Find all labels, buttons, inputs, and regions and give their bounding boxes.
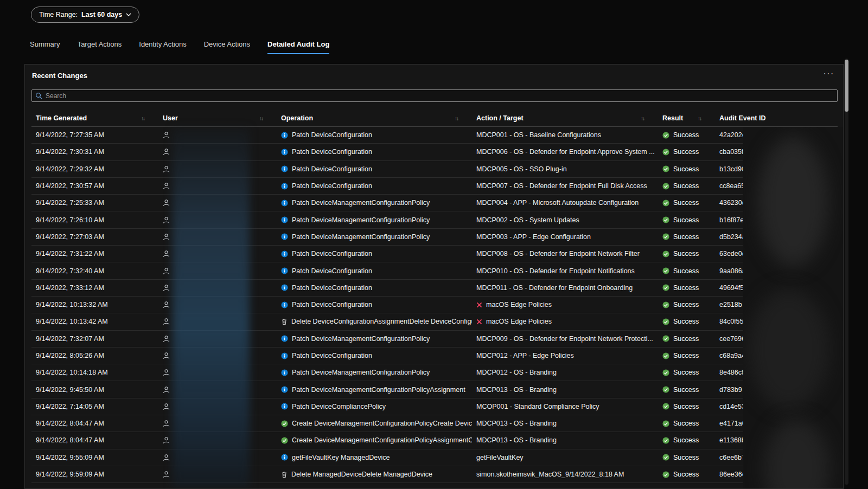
- cell-operation: getFileVaultKey ManagedDevice: [277, 449, 472, 466]
- info-icon: [281, 149, 288, 156]
- cell-result: Success: [658, 211, 715, 228]
- panel-more-button[interactable]: ...: [824, 65, 834, 78]
- result-text: Success: [673, 454, 699, 461]
- info-icon: [281, 216, 288, 223]
- time-range-dropdown[interactable]: Time Range: Last 60 days: [31, 7, 139, 23]
- cell-result: Success: [658, 432, 715, 448]
- cell-operation: Patch DeviceManagementConfigurationPolic…: [277, 331, 472, 347]
- cell-audit-event-id: cee7696: [715, 331, 838, 347]
- info-icon: [281, 233, 288, 240]
- tab-bar: Summary Target Actions Identity Actions …: [30, 40, 329, 54]
- cell-time-generated: 9/14/2022, 9:45:50 AM: [31, 381, 158, 397]
- chevron-down-icon: [126, 13, 131, 16]
- cell-operation: Create DeviceManagementConfigurationPoli…: [277, 432, 472, 448]
- cell-result: Success: [658, 348, 715, 364]
- info-icon: [281, 335, 288, 342]
- table-row[interactable]: 9/14/2022, 7:30:31 AM Patch DeviceConfig…: [31, 144, 838, 160]
- cell-result: Success: [658, 364, 715, 381]
- cell-result: Success: [658, 280, 715, 296]
- result-text: Success: [673, 284, 699, 292]
- cell-result: Success: [658, 466, 715, 482]
- table-row[interactable]: 9/14/2022, 9:59:09 AM Delete ManagedDevi…: [31, 466, 838, 483]
- table-row[interactable]: 9/14/2022, 10:13:32 AM Patch DeviceConfi…: [31, 297, 838, 313]
- cell-user: [158, 348, 277, 364]
- cell-audit-event-id: 86ee36e: [715, 466, 838, 482]
- table-row[interactable]: 9/14/2022, 7:27:35 AM Patch DeviceConfig…: [31, 127, 838, 144]
- cell-action-target: MDCP009 - OS - Defender for Endpoint Net…: [472, 331, 658, 347]
- sort-icon[interactable]: ↑↓: [259, 115, 263, 121]
- tab-summary[interactable]: Summary: [30, 40, 60, 54]
- sort-icon[interactable]: ↑↓: [698, 115, 701, 121]
- person-icon: [163, 182, 170, 190]
- table-row[interactable]: 9/14/2022, 9:45:50 AM Patch DeviceManage…: [31, 381, 838, 398]
- cell-audit-event-id: c6ee6b7: [715, 449, 838, 466]
- cell-user: [158, 432, 277, 448]
- cell-user: [158, 195, 277, 211]
- table-row[interactable]: 9/14/2022, 8:04:47 AM Create DeviceManag…: [31, 432, 838, 449]
- cell-action-target: MDCP013 - OS - Branding: [472, 415, 658, 432]
- tab-target-actions[interactable]: Target Actions: [78, 40, 122, 54]
- cell-action-target: MDCP007 - OS - Defender for Endpoint Ful…: [472, 178, 658, 194]
- cell-user: [158, 415, 277, 432]
- operation-text: Patch DeviceCompliancePolicy: [292, 403, 386, 410]
- cell-time-generated: 9/14/2022, 8:04:47 AM: [31, 415, 158, 432]
- table-row[interactable]: 9/14/2022, 7:25:33 AM Patch DeviceManage…: [31, 195, 838, 211]
- scrollbar-thumb[interactable]: [845, 60, 848, 112]
- column-header-audit-event-id[interactable]: Audit Event ID: [715, 110, 838, 126]
- cell-audit-event-id: cba035f: [715, 144, 838, 160]
- table-row[interactable]: 9/14/2022, 7:26:10 AM Patch DeviceManage…: [31, 211, 838, 228]
- table-row[interactable]: 9/14/2022, 7:31:22 AM Patch DeviceConfig…: [31, 246, 838, 262]
- table-row[interactable]: 9/14/2022, 7:32:40 AM Patch DeviceConfig…: [31, 262, 838, 279]
- sort-icon[interactable]: ↑↓: [455, 115, 458, 121]
- cell-operation: Delete DeviceConfigurationAssignmentDele…: [277, 313, 472, 330]
- table-row[interactable]: 9/14/2022, 7:14:05 AM Patch DeviceCompli…: [31, 398, 838, 415]
- cell-action-target: MDCP013 - OS - Branding: [472, 381, 658, 397]
- cell-result: Success: [658, 178, 715, 194]
- column-header-action-target[interactable]: Action / Target ↑↓: [472, 110, 658, 126]
- table-row[interactable]: 9/14/2022, 7:29:32 AM Patch DeviceConfig…: [31, 161, 838, 178]
- tab-device-actions[interactable]: Device Actions: [204, 40, 250, 54]
- table-row[interactable]: 9/14/2022, 7:32:07 AM Patch DeviceManage…: [31, 331, 838, 348]
- column-header-time-generated[interactable]: Time Generated ↑↓: [31, 110, 158, 126]
- delete-icon: [281, 318, 288, 325]
- cell-action-target: MDCP006 - OS - Defender for Endpoint App…: [472, 144, 658, 160]
- table-row[interactable]: 9/14/2022, 8:05:26 AM Patch DeviceConfig…: [31, 348, 838, 364]
- cell-time-generated: 9/14/2022, 7:32:07 AM: [31, 331, 158, 347]
- sort-icon[interactable]: ↑↓: [641, 115, 644, 121]
- tab-detailed-audit-log[interactable]: Detailed Audit Log: [267, 40, 329, 54]
- operation-text: Create DeviceManagementConfigurationPoli…: [292, 420, 472, 427]
- table-row[interactable]: 9/14/2022, 9:55:09 AM getFileVaultKey Ma…: [31, 449, 838, 466]
- person-icon: [163, 199, 170, 207]
- search-input[interactable]: [46, 92, 834, 100]
- table-row[interactable]: 9/14/2022, 7:27:03 AM Patch DeviceManage…: [31, 229, 838, 246]
- success-icon: [662, 183, 669, 190]
- cell-action-target: macOS Edge Policies: [472, 313, 658, 330]
- success-icon: [662, 267, 669, 274]
- tab-identity-actions[interactable]: Identity Actions: [139, 40, 186, 54]
- operation-text: Patch DeviceConfiguration: [292, 301, 372, 308]
- table-row[interactable]: 9/14/2022, 8:04:47 AM Create DeviceManag…: [31, 415, 838, 432]
- table-row[interactable]: 9/14/2022, 10:14:18 AM Patch DeviceManag…: [31, 364, 838, 381]
- table-row[interactable]: 9/14/2022, 10:13:42 AM Delete DeviceConf…: [31, 313, 838, 330]
- success-icon: [662, 386, 669, 393]
- cell-result: Success: [658, 229, 715, 245]
- cell-audit-event-id: b13cd90: [715, 161, 838, 177]
- cell-action-target: MDCP005 - OS - SSO Plug-in: [472, 161, 658, 177]
- column-header-operation[interactable]: Operation ↑↓: [277, 110, 472, 126]
- cell-audit-event-id: 63ede0d: [715, 246, 838, 262]
- person-icon: [163, 165, 170, 173]
- table-row[interactable]: 9/14/2022, 7:30:57 AM Patch DeviceConfig…: [31, 178, 838, 195]
- cell-time-generated: 9/14/2022, 8:05:26 AM: [31, 348, 158, 364]
- column-header-result[interactable]: Result ↑↓: [658, 110, 715, 126]
- cell-operation: Delete ManagedDeviceDelete ManagedDevice: [277, 466, 472, 482]
- table-row[interactable]: 9/14/2022, 7:33:12 AM Patch DeviceConfig…: [31, 280, 838, 297]
- column-header-user[interactable]: User ↑↓: [158, 110, 277, 126]
- person-icon: [163, 369, 170, 376]
- cell-action-target: MDCP003 - APP - Edge Configuration: [472, 229, 658, 245]
- cell-time-generated: 9/14/2022, 7:26:10 AM: [31, 211, 158, 228]
- cell-action-target: MDCP012 - OS - Branding: [472, 364, 658, 381]
- scrollbar-track[interactable]: [845, 59, 848, 485]
- target-text: MDCP011 - OS - Defender for Endpoint Onb…: [476, 284, 633, 292]
- operation-text: Patch DeviceConfiguration: [292, 165, 372, 173]
- sort-icon[interactable]: ↑↓: [141, 115, 144, 121]
